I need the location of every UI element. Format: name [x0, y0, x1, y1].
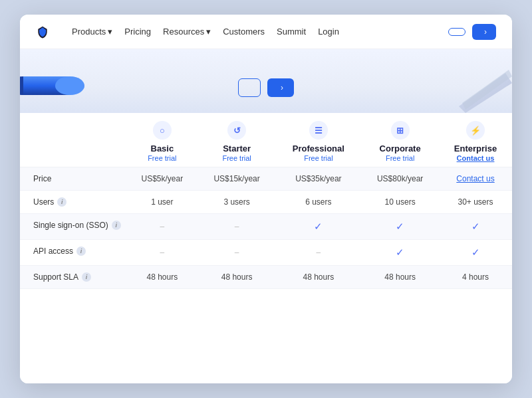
dash: – — [160, 248, 165, 257]
navigation: Products ▾ Pricing Resources ▾ Customers… — [20, 15, 512, 49]
table-row: API accessi–––✓✓ — [20, 240, 512, 266]
cell-1-4: 30+ users — [439, 191, 512, 214]
cell-1-2: 6 users — [276, 191, 362, 214]
tier-professional: ☰ Professional Free trial — [276, 113, 362, 167]
cell-4-1: 48 hours — [198, 266, 276, 289]
pricing-area: ○ Basic Free trial ↺ Starter Free trial … — [20, 113, 512, 383]
tier-starter: ↺ Starter Free trial — [198, 113, 276, 167]
row-label-0: Price — [20, 167, 126, 190]
cell-1-1: 3 users — [198, 191, 276, 214]
cell-4-2: 48 hours — [276, 266, 362, 289]
cell-3-1: – — [198, 240, 276, 266]
hero-actions: › — [36, 78, 496, 97]
nav-links: Products ▾ Pricing Resources ▾ Customers… — [72, 27, 448, 37]
cell-0-0: US$5k/year — [126, 167, 198, 191]
cell-4-4: 4 hours — [439, 266, 512, 289]
contact-us-link[interactable]: Contact us — [456, 174, 494, 183]
tier-enterprise: ⚡ Enterprise Contact us — [439, 113, 512, 167]
enterprise-icon: ⚡ — [466, 121, 485, 140]
basic-icon: ○ — [153, 121, 172, 140]
row-label-1: Usersi — [20, 191, 126, 213]
corporate-icon: ⊞ — [391, 121, 410, 140]
row-label-4: Support SLAi — [20, 266, 126, 288]
check-icon: ✓ — [471, 221, 480, 232]
cell-2-4: ✓ — [439, 214, 512, 240]
cell-2-2: ✓ — [276, 214, 362, 240]
cell-0-2: US$35k/year — [276, 167, 362, 191]
nav-pricing[interactable]: Pricing — [124, 27, 151, 37]
tier-header-empty — [20, 113, 126, 167]
logo[interactable] — [36, 25, 53, 39]
starter-icon: ↺ — [227, 121, 246, 140]
info-icon[interactable]: i — [76, 247, 86, 256]
cell-0-3: US$80k/year — [361, 167, 439, 191]
deco-shape-right — [446, 60, 512, 113]
cell-1-0: 1 user — [126, 191, 198, 214]
check-icon: ✓ — [396, 247, 404, 258]
dash: – — [160, 222, 165, 231]
info-icon[interactable]: i — [112, 221, 121, 230]
hero-free-score-button[interactable] — [238, 78, 261, 97]
tier-corporate: ⊞ Corporate Free trial — [361, 113, 439, 167]
tier-basic: ○ Basic Free trial — [126, 113, 198, 167]
table-row: Usersi1 user3 users6 users10 users30+ us… — [20, 191, 512, 214]
table-row: Single sign-on (SSO)i––✓✓✓ — [20, 214, 512, 240]
cell-0-1: US$15k/year — [198, 167, 276, 191]
cell-2-0: – — [126, 214, 198, 240]
cell-3-2: – — [276, 240, 362, 266]
dash: – — [235, 248, 239, 257]
table-row: PriceUS$5k/yearUS$15k/yearUS$35k/yearUS$… — [20, 167, 512, 191]
deco-cylinder-left — [20, 62, 86, 109]
nav-products[interactable]: Products ▾ — [72, 27, 112, 37]
professional-icon: ☰ — [309, 121, 328, 140]
cell-2-3: ✓ — [361, 214, 439, 240]
nav-resources[interactable]: Resources ▾ — [163, 27, 211, 37]
row-label-2: Single sign-on (SSO)i — [20, 214, 126, 237]
check-icon: ✓ — [471, 247, 480, 258]
cell-4-3: 48 hours — [361, 266, 439, 289]
nav-free-trial-button[interactable]: › — [472, 24, 496, 40]
nav-login[interactable]: Login — [318, 27, 339, 37]
cell-0-4: Contact us — [439, 167, 512, 191]
pricing-table: ○ Basic Free trial ↺ Starter Free trial … — [20, 113, 512, 289]
logo-icon — [36, 25, 49, 39]
cell-1-3: 10 users — [361, 191, 439, 214]
svg-point-3 — [55, 76, 84, 95]
info-icon[interactable]: i — [82, 272, 91, 282]
hero-free-trial-button[interactable]: › — [267, 78, 294, 97]
check-icon: ✓ — [396, 221, 404, 232]
table-row: Support SLAi48 hours48 hours48 hours48 h… — [20, 266, 512, 289]
nav-customers[interactable]: Customers — [223, 27, 265, 37]
nav-free-score-button[interactable] — [448, 28, 466, 36]
nav-summit[interactable]: Summit — [277, 27, 306, 37]
dash: – — [317, 248, 321, 257]
dash: – — [235, 222, 239, 231]
row-label-3: API accessi — [20, 240, 126, 262]
cell-3-0: – — [126, 240, 198, 266]
cell-4-0: 48 hours — [126, 266, 198, 289]
info-icon[interactable]: i — [57, 197, 66, 207]
cell-3-3: ✓ — [361, 240, 439, 266]
check-icon: ✓ — [314, 221, 323, 232]
cell-3-4: ✓ — [439, 240, 512, 266]
nav-actions: › — [448, 24, 496, 40]
cell-2-1: – — [198, 214, 276, 240]
hero-section: › — [20, 49, 512, 113]
